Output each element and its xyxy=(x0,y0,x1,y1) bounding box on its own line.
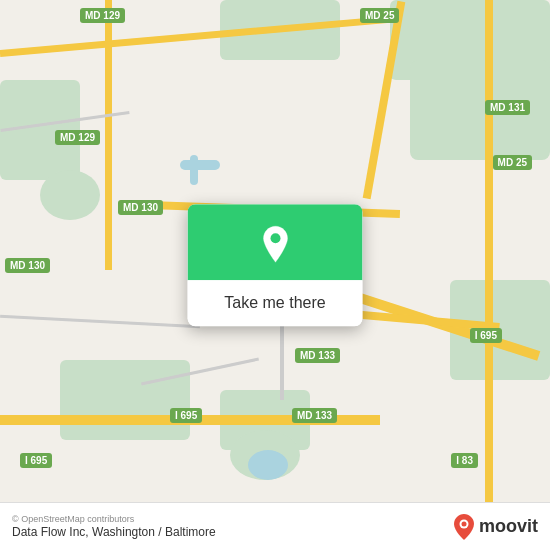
road-label-md131: MD 131 xyxy=(485,100,530,115)
road-label-md133-mid: MD 133 xyxy=(295,348,340,363)
road-label-md130-left: MD 130 xyxy=(118,200,163,215)
water xyxy=(180,160,220,170)
svg-point-2 xyxy=(461,521,466,526)
moovit-logo: moovit xyxy=(453,514,538,540)
location-pin-icon xyxy=(253,222,297,266)
bottom-info: © OpenStreetMap contributors Data Flow I… xyxy=(12,514,216,539)
water xyxy=(248,450,288,480)
road-label-i83: I 83 xyxy=(451,453,478,468)
road-label-md129-top: MD 129 xyxy=(80,8,125,23)
road-label-md25-right: MD 25 xyxy=(493,155,532,170)
take-me-there-button[interactable]: Take me there xyxy=(188,280,363,326)
road-label-md130-far-left: MD 130 xyxy=(5,258,50,273)
road-label-i695-far-left: I 695 xyxy=(20,453,52,468)
svg-point-0 xyxy=(270,233,280,243)
popup-header xyxy=(188,204,363,280)
attribution-text: © OpenStreetMap contributors xyxy=(12,514,216,524)
road-label-md129-mid: MD 129 xyxy=(55,130,100,145)
road xyxy=(485,0,493,502)
road-label-md25-top: MD 25 xyxy=(360,8,399,23)
location-text: Data Flow Inc, Washington / Baltimore xyxy=(12,525,216,539)
road-label-i695-right: I 695 xyxy=(470,328,502,343)
map-container: MD 129 MD 25 MD 129 MD 130 MD 25 MD 131 … xyxy=(0,0,550,550)
road-label-md133-bottom: MD 133 xyxy=(292,408,337,423)
green-area xyxy=(60,360,190,440)
green-area xyxy=(40,170,100,220)
water xyxy=(190,155,198,185)
moovit-brand-text: moovit xyxy=(479,516,538,537)
road xyxy=(105,0,112,270)
popup-card: Take me there xyxy=(188,204,363,326)
bottom-bar: © OpenStreetMap contributors Data Flow I… xyxy=(0,502,550,550)
moovit-icon xyxy=(453,514,475,540)
road-label-i695-bottom: I 695 xyxy=(170,408,202,423)
